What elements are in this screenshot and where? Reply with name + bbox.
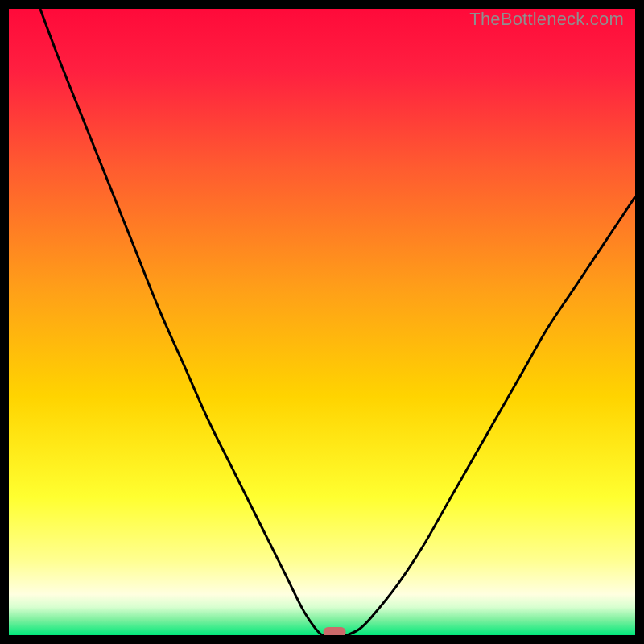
- watermark-text: TheBottleneck.com: [469, 9, 624, 30]
- gradient-background: [9, 9, 635, 635]
- bottleneck-chart: [9, 9, 635, 635]
- optimal-marker: [324, 627, 346, 635]
- chart-frame: TheBottleneck.com: [9, 9, 635, 635]
